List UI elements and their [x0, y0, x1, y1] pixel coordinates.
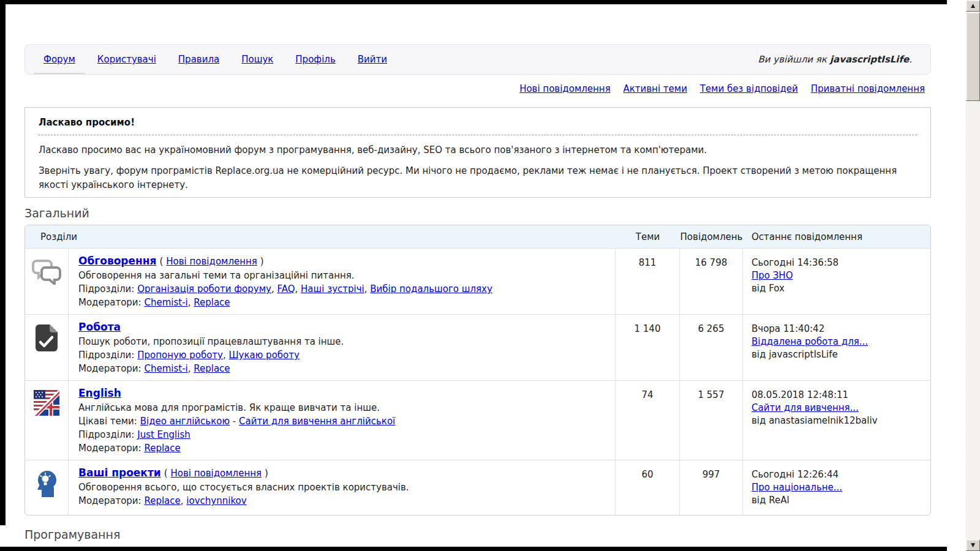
forum-info-cell: English Англійська мова для програмістів… [69, 381, 616, 460]
moderators-label: Модератори: [78, 363, 141, 374]
forum-icon-cell [25, 315, 69, 380]
active-topics-link[interactable]: Активні теми [623, 83, 687, 94]
window-frame-bottom [0, 547, 947, 551]
moderator-link[interactable]: Chemist-i [144, 363, 187, 374]
forum-icon-cell [25, 460, 69, 515]
forum-icon-cell [25, 381, 69, 460]
topics-count: 74 [616, 381, 680, 460]
moderator-links: Replace, iovchynnikov [144, 495, 246, 506]
nav-item-profile[interactable]: Профіль [295, 54, 335, 65]
forum-table-header: Розділи Теми Повідомлень Останнє повідом… [25, 225, 930, 248]
moderator-links: Chemist-i, Replace [144, 363, 230, 374]
welcome-paragraph-1: Ласкаво просимо вас на україномовний фор… [39, 143, 917, 157]
scrollbar-track[interactable]: ▲ ▼ [966, 0, 980, 551]
new-messages-link[interactable]: Нові повідомлення [171, 468, 262, 479]
moderators-label: Модератори: [78, 297, 141, 308]
posts-count: 6 265 [680, 315, 743, 380]
uk-us-flag-icon [34, 390, 59, 460]
forum-title-link[interactable]: English [78, 387, 121, 399]
idea-head-icon [34, 470, 59, 515]
subforums-label: Підрозділи: [78, 429, 134, 440]
new-messages-link[interactable]: Нові повідомлення [166, 256, 257, 267]
header-posts: Повідомлень [680, 231, 743, 242]
nav-item-logout[interactable]: Вийти [358, 54, 387, 65]
posts-count: 997 [680, 460, 743, 515]
interesting-topic-links: Відео англійською - Сайти для вивчення а… [140, 416, 396, 427]
interesting-topic-link[interactable]: Відео англійською [140, 416, 230, 427]
forum-row-projects: Ваші проекти(Нові повідомлення) Обговоре… [25, 460, 930, 515]
last-post-cell: Вчора 11:40:42 Віддалена робота для... в… [743, 315, 930, 380]
topics-count: 60 [616, 460, 680, 515]
last-post-author: javascriptIsLife [769, 349, 838, 360]
login-status-text: Ви увійшли як [758, 54, 827, 65]
last-post-topic-link[interactable]: Сайти для вивчення... [752, 402, 859, 413]
subforum-link[interactable]: FAQ [277, 283, 295, 294]
private-messages-link[interactable]: Приватні повідомлення [811, 83, 925, 94]
scrollbar-thumb[interactable] [966, 12, 980, 101]
forum-table: Розділи Теми Повідомлень Останнє повідом… [24, 225, 931, 515]
last-post-time: Сьогодні 14:36:58 [752, 257, 925, 269]
forum-row-jobs: Робота Пошук роботи, пропозиції працевла… [25, 314, 930, 380]
forum-title-link[interactable]: Обговорення [78, 255, 156, 267]
header-forums: Розділи [25, 231, 616, 242]
moderator-link[interactable]: Replace [194, 297, 230, 308]
subforums-label: Підрозділи: [78, 283, 134, 294]
nav-item-users[interactable]: Користувачі [97, 54, 156, 65]
forum-title-link[interactable]: Ваші проекти [78, 467, 161, 479]
window-frame-left [0, 0, 6, 525]
moderators-label: Модератори: [78, 495, 141, 506]
new-posts-link[interactable]: Нові повідомлення [519, 83, 611, 94]
last-post-cell: Сьогодні 14:36:58 Про ЗНО від Fox [743, 249, 930, 314]
moderator-link[interactable]: Chemist-i [144, 297, 187, 308]
last-post-topic-link[interactable]: Віддалена робота для... [752, 336, 868, 347]
last-post-cell: Сьогодні 12:26:44 Про національне... від… [743, 460, 930, 515]
header-last-post: Останнє повідомлення [743, 231, 930, 242]
dashed-divider [39, 135, 917, 135]
subforum-link[interactable]: Just English [137, 429, 190, 440]
last-post-time: Вчора 11:40:42 [752, 323, 925, 335]
interesting-topics-label: Цікаві теми: [78, 416, 137, 427]
by-label: від [752, 495, 766, 506]
top-navbar: Форум Користувачі Правила Пошук Профіль … [24, 44, 931, 75]
unanswered-topics-link[interactable]: Теми без відповідей [700, 83, 798, 94]
last-post-author: ReAl [769, 495, 789, 506]
logged-in-username: javascriptIsLife [830, 54, 909, 65]
by-label: від [752, 349, 766, 360]
subforum-link[interactable]: Пропоную роботу [137, 350, 223, 361]
quick-links-row: Нові повідомлення Активні теми Теми без … [510, 83, 925, 94]
posts-count: 1 557 [680, 381, 743, 460]
forum-title-link[interactable]: Робота [78, 321, 121, 333]
moderator-link[interactable]: Replace [144, 495, 180, 506]
interesting-topic-link[interactable]: Сайти для вивчення англійської [239, 416, 395, 427]
by-label: від [752, 415, 766, 426]
last-post-time: Сьогодні 12:26:44 [752, 468, 925, 481]
moderator-link[interactable]: Replace [144, 443, 180, 454]
last-post-author: Fox [769, 283, 785, 294]
moderator-link[interactable]: Replace [194, 363, 230, 374]
nav-item-search[interactable]: Пошук [241, 54, 273, 65]
last-post-topic-link[interactable]: Про ЗНО [752, 270, 793, 281]
moderator-link[interactable]: iovchynnikov [186, 495, 246, 506]
last-post-topic-link[interactable]: Про національне... [752, 482, 842, 493]
topics-count: 1 140 [616, 315, 680, 380]
subforum-links: Пропоную роботу, Шукаю роботу [137, 350, 300, 361]
window-frame-top [0, 0, 947, 4]
up-arrow-icon: ▲ [971, 3, 975, 9]
section-title-programming: Програмування [24, 528, 120, 541]
subforum-link[interactable]: Шукаю роботу [229, 350, 300, 361]
subforum-link[interactable]: Наші зустрічі [301, 283, 364, 294]
nav-item-forum[interactable]: Форум [43, 54, 75, 65]
last-post-time: 08.05.2018 12:48:11 [752, 389, 925, 402]
forum-info-cell: Ваші проекти(Нові повідомлення) Обговоре… [69, 460, 616, 515]
forum-row-english: English Англійська мова для програмістів… [25, 380, 930, 460]
nav-items: Форум Користувачі Правила Пошук Профіль … [43, 54, 387, 65]
nav-item-rules[interactable]: Правила [178, 54, 219, 65]
forum-description: Пошук роботи, пропозиції працевлаштуванн… [78, 335, 605, 348]
forum-info-cell: Обговорення(Нові повідомлення) Обговорен… [69, 249, 616, 314]
subforum-link[interactable]: Вибір подальшого шляху [370, 283, 492, 294]
subforum-link[interactable]: Організація роботи форуму [137, 283, 271, 294]
paren-close: ) [260, 256, 264, 267]
scrollbar-up-button[interactable]: ▲ [966, 0, 980, 12]
scrollbar-down-button[interactable]: ▼ [966, 539, 980, 551]
chat-bubbles-icon [32, 258, 61, 314]
